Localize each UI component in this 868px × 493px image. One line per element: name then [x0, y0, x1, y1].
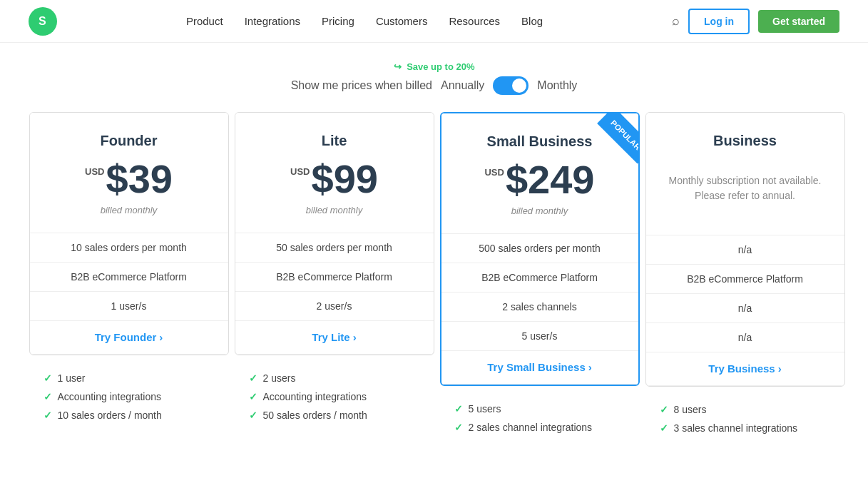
founder-list-text-0: 1 user: [58, 372, 86, 384]
founder-list-feature-2: ✓ 10 sales orders / month: [44, 410, 215, 421]
founder-try-button[interactable]: Try Founder ›: [95, 331, 163, 343]
save-text: Save up to 20%: [407, 61, 474, 72]
sb-list-text-0: 5 users: [469, 403, 501, 415]
lite-price: USD $99: [250, 159, 419, 199]
biz-try-button[interactable]: Try Business ›: [708, 362, 781, 375]
small-business-card: POPULAR Small Business USD $249 billed m…: [440, 112, 640, 386]
founder-title: Founder: [44, 133, 214, 149]
get-started-button[interactable]: Get started: [758, 10, 839, 33]
biz-list-feature-1: ✓ 3 sales channel integrations: [660, 422, 831, 434]
sb-feature-0: 500 sales orders per month: [441, 234, 638, 263]
navbar-right: ⌕ Log in Get started: [672, 9, 839, 34]
founder-try-row: Try Founder ›: [30, 321, 228, 355]
founder-try-arrow: ›: [159, 331, 163, 343]
lite-list-text-2: 50 sales orders / month: [263, 410, 367, 421]
lite-try-label: Try Lite: [312, 331, 349, 343]
sb-list-text-1: 2 sales channel integrations: [469, 422, 593, 433]
founder-feature-0: 10 sales orders per month: [30, 233, 228, 263]
biz-features-list: ✓ 8 users ✓ 3 sales channel integrations: [645, 392, 845, 452]
check-icon: ✓: [44, 372, 52, 384]
lite-list-text-0: 2 users: [263, 372, 296, 384]
founder-card: Founder USD $39 billed monthly 10 sales …: [29, 112, 229, 355]
founder-features-list: ✓ 1 user ✓ Accounting integrations ✓ 10 …: [29, 361, 229, 439]
nav-links: Product Integrations Pricing Customers R…: [186, 15, 543, 27]
sb-try-label: Try Small Business: [487, 361, 586, 373]
lite-currency: USD: [290, 166, 310, 177]
nav-integrations[interactable]: Integrations: [245, 15, 300, 27]
check-icon: ✓: [44, 410, 52, 421]
nav-customers[interactable]: Customers: [376, 15, 428, 27]
logo[interactable]: S: [29, 7, 57, 36]
business-header: Business Monthly subscription not availa…: [646, 113, 844, 235]
sb-feature-3: 5 user/s: [441, 322, 638, 351]
check-icon: ✓: [249, 391, 257, 402]
billing-prompt: Show me prices when billed: [291, 79, 432, 92]
check-icon: ✓: [660, 422, 668, 434]
founder-try-label: Try Founder: [95, 331, 157, 343]
sb-list-feature-0: ✓ 5 users: [454, 403, 626, 415]
check-icon: ✓: [249, 410, 257, 421]
lite-features-list: ✓ 2 users ✓ Accounting integrations ✓ 50…: [235, 361, 434, 439]
founder-feature-2: 1 user/s: [30, 292, 228, 321]
founder-amount: $39: [106, 159, 173, 199]
pricing-section: Founder USD $39 billed monthly 10 sales …: [6, 106, 862, 458]
lite-try-button[interactable]: Try Lite ›: [312, 331, 356, 343]
save-badge: ↪ Save up to 20%: [394, 61, 475, 72]
popular-badge-text: POPULAR: [596, 113, 638, 164]
business-unavailable: Monthly subscription not available. Plea…: [660, 159, 830, 218]
biz-list-text-0: 8 users: [674, 404, 707, 415]
sb-feature-2: 2 sales channels: [441, 293, 638, 322]
lite-title: Lite: [250, 133, 419, 149]
founder-feature-1: B2B eCommerce Platform: [30, 263, 228, 292]
founder-list-text-2: 10 sales orders / month: [58, 410, 162, 421]
nav-resources[interactable]: Resources: [449, 15, 500, 27]
sb-try-row: Try Small Business ›: [441, 351, 638, 385]
annually-label: Annually: [441, 79, 484, 92]
biz-try-arrow: ›: [778, 362, 782, 375]
sb-try-button[interactable]: Try Small Business ›: [487, 361, 592, 373]
founder-list-feature-0: ✓ 1 user: [44, 372, 215, 384]
founder-price: USD $39: [44, 159, 214, 199]
lite-list-feature-2: ✓ 50 sales orders / month: [249, 410, 420, 421]
lite-feature-0: 50 sales orders per month: [235, 233, 434, 263]
biz-feature-3: n/a: [646, 323, 844, 352]
lite-amount: $99: [312, 159, 378, 199]
lite-try-arrow: ›: [353, 331, 357, 343]
save-arrow-icon: ↪: [394, 61, 402, 72]
founder-currency: USD: [85, 166, 104, 177]
login-button[interactable]: Log in: [688, 9, 750, 34]
monthly-label: Monthly: [537, 79, 577, 92]
billing-toggle[interactable]: [493, 76, 529, 95]
small-business-currency: USD: [484, 167, 504, 178]
founder-list-feature-1: ✓ Accounting integrations: [44, 391, 215, 402]
business-column: Business Monthly subscription not availa…: [643, 109, 842, 455]
popular-badge: POPULAR: [581, 113, 638, 171]
sb-try-arrow: ›: [588, 361, 592, 373]
lite-list-feature-0: ✓ 2 users: [249, 372, 420, 384]
check-icon: ✓: [454, 422, 463, 433]
billing-toggle-row: Show me prices when billed Annually Mont…: [0, 76, 868, 95]
founder-header: Founder USD $39 billed monthly: [30, 113, 228, 233]
biz-feature-0: n/a: [646, 235, 844, 265]
check-icon: ✓: [249, 372, 257, 384]
lite-card: Lite USD $99 billed monthly 50 sales ord…: [235, 112, 434, 355]
small-business-column: POPULAR Small Business USD $249 billed m…: [437, 109, 637, 455]
nav-product[interactable]: Product: [186, 15, 223, 27]
search-icon[interactable]: ⌕: [672, 14, 680, 29]
biz-try-label: Try Business: [708, 362, 775, 375]
business-card: Business Monthly subscription not availa…: [645, 112, 845, 387]
billing-section: ↪ Save up to 20% Show me prices when bil…: [0, 43, 868, 106]
biz-feature-2: n/a: [646, 294, 844, 323]
sb-feature-1: B2B eCommerce Platform: [441, 263, 638, 293]
lite-billing: billed monthly: [250, 205, 419, 215]
lite-try-row: Try Lite ›: [235, 321, 434, 355]
check-icon: ✓: [660, 404, 668, 415]
check-icon: ✓: [454, 403, 463, 415]
nav-blog[interactable]: Blog: [521, 15, 543, 27]
cards-row: Founder USD $39 billed monthly 10 sales …: [35, 106, 834, 458]
nav-pricing[interactable]: Pricing: [322, 15, 354, 27]
founder-billing: billed monthly: [44, 205, 214, 215]
biz-list-feature-0: ✓ 8 users: [660, 404, 831, 415]
sb-features-list: ✓ 5 users ✓ 2 sales channel integrations: [440, 392, 640, 452]
lite-list-text-1: Accounting integrations: [263, 391, 367, 402]
